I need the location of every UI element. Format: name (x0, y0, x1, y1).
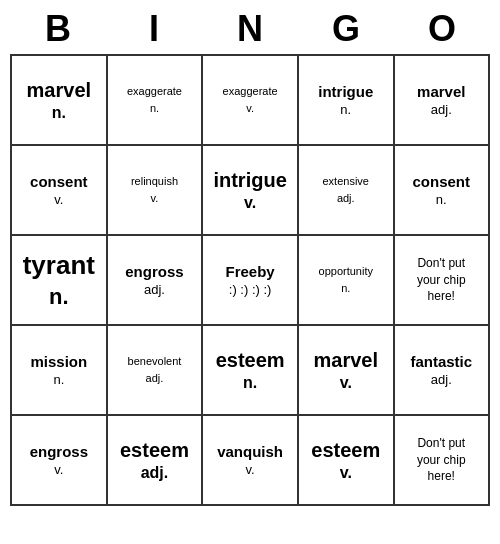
header-letter-b: B (12, 8, 104, 50)
header-letter-o: O (396, 8, 488, 50)
cell-r3-c0: missionn. (11, 325, 107, 415)
cell-r0-c1: exaggeraten. (107, 55, 203, 145)
cell-r4-c4: Don't putyour chiphere! (394, 415, 489, 505)
cell-r0-c3: intriguen. (298, 55, 394, 145)
cell-r1-c2: intriguev. (202, 145, 298, 235)
header-letter-i: I (108, 8, 200, 50)
cell-r1-c3: extensiveadj. (298, 145, 394, 235)
cell-r4-c2: vanquishv. (202, 415, 298, 505)
cell-r3-c3: marvelv. (298, 325, 394, 415)
cell-r3-c2: esteemn. (202, 325, 298, 415)
header-letter-g: G (300, 8, 392, 50)
cell-r2-c4: Don't putyour chiphere! (394, 235, 489, 325)
cell-r4-c3: esteemv. (298, 415, 394, 505)
cell-r1-c1: relinquishv. (107, 145, 203, 235)
cell-r4-c1: esteemadj. (107, 415, 203, 505)
cell-r2-c3: opportunityn. (298, 235, 394, 325)
bingo-header: B I N G O (10, 0, 490, 54)
cell-r1-c0: consentv. (11, 145, 107, 235)
cell-r2-c0: tyrantn. (11, 235, 107, 325)
cell-r3-c1: benevolentadj. (107, 325, 203, 415)
cell-r0-c2: exaggeratev. (202, 55, 298, 145)
bingo-grid: marveln.exaggeraten.exaggeratev.intrigue… (10, 54, 490, 506)
cell-r0-c4: marveladj. (394, 55, 489, 145)
cell-r1-c4: consentn. (394, 145, 489, 235)
header-letter-n: N (204, 8, 296, 50)
cell-r0-c0: marveln. (11, 55, 107, 145)
cell-r2-c1: engrossadj. (107, 235, 203, 325)
cell-r4-c0: engrossv. (11, 415, 107, 505)
cell-r2-c2: Freeby:) :) :) :) (202, 235, 298, 325)
cell-r3-c4: fantasticadj. (394, 325, 489, 415)
